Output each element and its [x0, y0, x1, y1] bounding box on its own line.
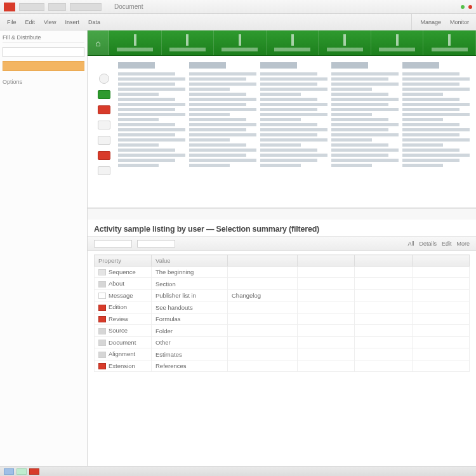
cell [412, 325, 469, 336]
table-row[interactable]: ReviewFormulas [95, 313, 470, 324]
cell-value: Formulas [152, 313, 228, 324]
sidebar-selected-row[interactable] [3, 61, 84, 71]
doc-footer [88, 208, 476, 220]
table-header[interactable]: Value [152, 255, 228, 267]
toolbar-chip[interactable] [137, 240, 175, 248]
toolbar-item[interactable]: Edit [442, 241, 452, 247]
cell [298, 301, 355, 313]
row-swatch-icon [98, 293, 106, 299]
menu-item[interactable]: Manage [417, 18, 444, 27]
ribbon-tab[interactable] [267, 30, 319, 55]
content-area: ⌂ [88, 30, 476, 466]
details-table: Property Value SequenceThe beginningAbou… [94, 255, 470, 372]
table-header[interactable] [228, 255, 298, 267]
ribbon-tab[interactable] [423, 30, 476, 55]
menu-item[interactable]: Monitor [447, 18, 472, 27]
cell [355, 325, 412, 336]
table-header[interactable] [355, 255, 412, 267]
table-row[interactable]: MessagePublisher list inChangelog [95, 289, 470, 301]
sidebar-item[interactable]: Options [3, 75, 84, 85]
cell-value: See handouts [152, 301, 228, 313]
table-row[interactable]: EditionSee handouts [95, 301, 470, 313]
row-swatch-icon [98, 269, 106, 275]
taskbar-item-icon[interactable] [4, 468, 14, 475]
table-header-row: Property Value [95, 255, 470, 267]
cell-value: Section [152, 278, 228, 289]
cell [412, 278, 469, 289]
cell [228, 360, 298, 371]
cell [412, 360, 469, 371]
doc-column [331, 62, 399, 204]
cell [412, 301, 469, 313]
gutter-badge-icon [98, 151, 110, 160]
cell-value: The beginning [152, 267, 228, 278]
cell [298, 278, 355, 289]
table-row[interactable]: AlignmentEstimates [95, 348, 470, 360]
taskbar [0, 466, 476, 476]
gutter-badge-icon [98, 121, 110, 129]
menu-item[interactable]: View [41, 18, 59, 27]
cell-property: Alignment [95, 348, 152, 360]
ribbon-home-button[interactable]: ⌂ [88, 30, 109, 55]
cell [228, 301, 298, 313]
cell-property: Review [95, 313, 152, 324]
cell [355, 278, 412, 289]
menu-right-group: Manage Monitor [411, 14, 472, 30]
taskbar-item-icon[interactable] [17, 468, 27, 475]
toolbar-chip[interactable] [94, 240, 132, 248]
ribbon-tab[interactable] [214, 30, 267, 55]
sidebar: Fill & Distribute Options [0, 30, 88, 466]
document-preview [88, 56, 476, 208]
cell [412, 313, 469, 324]
cell [228, 278, 298, 289]
cell [298, 336, 355, 348]
sidebar-input[interactable] [3, 47, 84, 57]
table-row[interactable]: SequenceThe beginning [95, 267, 470, 278]
table-wrap: Property Value SequenceThe beginningAbou… [88, 251, 476, 466]
cell [355, 267, 412, 278]
main-area: Fill & Distribute Options ⌂ [0, 30, 476, 466]
table-header[interactable] [298, 255, 355, 267]
titlebar-block [70, 3, 102, 11]
table-header[interactable] [412, 255, 469, 267]
ribbon: ⌂ [88, 30, 476, 56]
menubar: File Edit View Insert Data Manage Monito… [0, 14, 476, 30]
cell [298, 313, 355, 324]
gutter-badge-icon [99, 74, 109, 84]
cell [228, 267, 298, 278]
cell: Changelog [228, 289, 298, 301]
status-dot-red-icon [468, 5, 472, 9]
gutter-badge-icon [98, 105, 110, 114]
table-row[interactable]: DocumentOther [95, 336, 470, 348]
row-swatch-icon [98, 328, 106, 334]
toolbar-item[interactable]: All [407, 241, 414, 247]
table-row[interactable]: AboutSection [95, 278, 470, 289]
toolbar-item[interactable]: Details [419, 241, 437, 247]
cell-property: Source [95, 325, 152, 336]
cell-property: Document [95, 336, 152, 348]
cell [412, 336, 469, 348]
cell [355, 289, 412, 301]
cell-value: Folder [152, 325, 228, 336]
cell [228, 313, 298, 324]
toolbar-item[interactable]: More [456, 241, 470, 247]
menu-item[interactable]: Edit [22, 18, 39, 27]
gutter-badge-icon [98, 136, 110, 145]
cell [412, 267, 469, 278]
doc-column [189, 62, 256, 204]
menu-item[interactable]: Insert [62, 18, 83, 27]
cell-property: About [95, 278, 152, 289]
ribbon-tab[interactable] [109, 30, 162, 55]
ribbon-tab[interactable] [162, 30, 215, 55]
doc-column [402, 62, 470, 204]
menu-item[interactable]: Data [85, 18, 103, 27]
table-row[interactable]: SourceFolder [95, 325, 470, 336]
menu-item[interactable]: File [4, 18, 20, 27]
ribbon-tab[interactable] [371, 30, 424, 55]
table-row[interactable]: ExtensionReferences [95, 360, 470, 371]
cell [228, 325, 298, 336]
ribbon-tab[interactable] [319, 30, 371, 55]
sidebar-title: Fill & Distribute [3, 34, 84, 43]
table-header[interactable]: Property [95, 255, 152, 267]
taskbar-item-icon[interactable] [29, 468, 39, 475]
